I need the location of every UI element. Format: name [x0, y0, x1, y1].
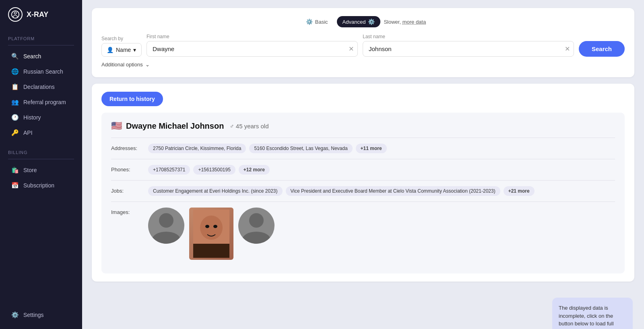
billing-section-label: Billing [0, 147, 82, 157]
sidebar: X-RAY Platform 🔍 Search 🌐 Russian Search… [0, 0, 82, 329]
search-button[interactable]: Search [579, 41, 625, 57]
jobs-label: Jobs: [111, 186, 143, 194]
phone-tag-1: +15613500195 [193, 165, 235, 175]
gender-icon: ♂ [229, 123, 234, 130]
gender-age: ♂ 45 years old [229, 123, 268, 130]
tooltip-box: The displayed data is incomplete, click … [552, 298, 633, 329]
jobs-row: Jobs: Customer Engagement at Everi Holdi… [111, 180, 615, 202]
profile-result: 🇺🇸 Dwayne Michael Johnson ♂ 45 years old… [101, 113, 625, 273]
results-card: Return to history 🇺🇸 Dwayne Michael John… [92, 84, 634, 282]
address-tag-0: 2750 Patrician Circle, Kissimmee, Florid… [148, 144, 246, 153]
age: 45 years old [236, 123, 269, 130]
last-name-input[interactable] [363, 41, 574, 57]
address-tag-1: 5160 Escondido Street, Las Vegas, Nevada [249, 144, 352, 153]
jobs-tags: Customer Engagement at Everi Holdings In… [148, 186, 535, 196]
first-name-input[interactable] [147, 41, 358, 57]
logo-text: X-RAY [27, 10, 48, 19]
api-icon: 🔑 [11, 129, 19, 136]
search-by-value: Name [116, 47, 131, 53]
phones-tags: +17085257371 +15613500195 +12 more [148, 165, 270, 175]
sidebar-item-settings[interactable]: ⚙️ Settings [3, 307, 79, 323]
sidebar-item-store[interactable]: 🛍️ Store [3, 162, 79, 178]
address-more-tag: +11 more [356, 144, 387, 153]
images-row: Images: [111, 202, 615, 265]
sidebar-item-store-label: Store [23, 167, 37, 173]
sidebar-item-declarations-label: Declarations [23, 84, 55, 90]
jobs-more-tag: +21 more [504, 186, 535, 196]
additional-options-label: Additional options [101, 62, 143, 68]
platform-divider [8, 45, 74, 45]
first-name-clear-button[interactable]: ✕ [349, 46, 354, 52]
search-icon: 🔍 [11, 53, 19, 60]
sidebar-item-search[interactable]: 🔍 Search [3, 49, 79, 64]
sidebar-item-history-label: History [23, 114, 41, 121]
basic-mode-button[interactable]: ⚙️ Basic [300, 16, 334, 27]
advanced-mode-label: Advanced [343, 19, 366, 25]
sidebar-item-api-label: API [23, 130, 33, 136]
svg-rect-6 [193, 244, 229, 258]
job-tag-1: Vice President and Executive Board Membe… [286, 186, 500, 196]
additional-options[interactable]: Additional options ⌄ [101, 62, 625, 68]
svg-point-1 [14, 12, 17, 14]
sidebar-item-subscription[interactable]: 📅 Subscription [3, 178, 79, 193]
last-name-clear-button[interactable]: ✕ [565, 46, 570, 52]
last-name-label: Last name [363, 34, 574, 39]
basic-mode-label: Basic [315, 19, 328, 25]
addresses-row: Addresses: 2750 Patrician Circle, Kissim… [111, 138, 615, 159]
slower-text: Slower, more data [384, 19, 426, 25]
store-icon: 🛍️ [11, 167, 19, 174]
search-by-label: Search by [101, 36, 142, 41]
settings-icon: ⚙️ [11, 311, 19, 319]
advanced-mode-icon: ⚙️ [368, 19, 375, 25]
platform-section-label: Platform [0, 33, 82, 43]
addresses-label: Addresses: [111, 144, 143, 151]
sidebar-item-subscription-label: Subscription [23, 182, 54, 189]
chevron-down-icon: ⌄ [145, 62, 150, 68]
sidebar-item-settings-label: Settings [23, 312, 44, 318]
images-grid [148, 208, 275, 260]
basic-mode-icon: ⚙️ [306, 19, 313, 25]
declarations-icon: 📋 [11, 83, 19, 90]
person-icon: 👤 [107, 47, 114, 53]
svg-point-4 [205, 225, 209, 228]
phones-label: Phones: [111, 165, 143, 173]
russian-search-icon: 🌐 [11, 68, 19, 75]
sidebar-item-history[interactable]: 🕐 History [3, 110, 79, 125]
chevron-down-icon: ▾ [133, 47, 136, 53]
addresses-tags: 2750 Patrician Circle, Kissimmee, Florid… [148, 144, 387, 153]
profile-header: 🇺🇸 Dwayne Michael Johnson ♂ 45 years old [111, 121, 615, 131]
avatar-placeholder-1 [148, 208, 184, 260]
search-by-group: Search by 👤 Name ▾ [101, 36, 142, 57]
avatar-placeholder-2 [238, 208, 275, 260]
search-card: ⚙️ Basic Advanced ⚙️ Slower, more data S… [92, 8, 634, 77]
phone-tag-0: +17085257371 [148, 165, 190, 175]
logo-icon [8, 7, 23, 22]
referral-icon: 👥 [11, 99, 19, 106]
sidebar-bottom: ⚙️ Settings [0, 307, 82, 323]
first-name-label: First name [147, 34, 358, 39]
profile-photo [189, 208, 233, 260]
country-flag: 🇺🇸 [111, 121, 122, 131]
sidebar-item-declarations[interactable]: 📋 Declarations [3, 79, 79, 95]
tooltip-text: The displayed data is incomplete, click … [559, 304, 626, 329]
history-icon: 🕐 [11, 114, 19, 121]
phones-more-tag: +12 more [239, 165, 270, 175]
images-label: Images: [111, 208, 143, 215]
search-by-select[interactable]: 👤 Name ▾ [101, 43, 142, 57]
sidebar-item-referral[interactable]: 👥 Referral program [3, 95, 79, 110]
subscription-icon: 📅 [11, 182, 19, 189]
sidebar-item-api[interactable]: 🔑 API [3, 125, 79, 140]
phones-row: Phones: +17085257371 +15613500195 +12 mo… [111, 159, 615, 180]
logo: X-RAY [0, 0, 82, 31]
job-tag-0: Customer Engagement at Everi Holdings In… [148, 186, 283, 196]
svg-point-5 [213, 225, 217, 228]
profile-name: Dwayne Michael Johnson [126, 121, 224, 131]
sidebar-item-referral-label: Referral program [23, 99, 66, 105]
search-fields-row: Search by 👤 Name ▾ First name ✕ Last nam… [101, 34, 625, 57]
results-wrapper: 🇺🇸 Dwayne Michael Johnson ♂ 45 years old… [101, 113, 625, 273]
return-to-history-button[interactable]: Return to history [101, 92, 163, 106]
sidebar-item-russian-search[interactable]: 🌐 Russian Search [3, 64, 79, 79]
billing-divider [8, 159, 74, 159]
last-name-group: Last name ✕ [363, 34, 574, 57]
advanced-mode-button[interactable]: Advanced ⚙️ [337, 16, 381, 27]
